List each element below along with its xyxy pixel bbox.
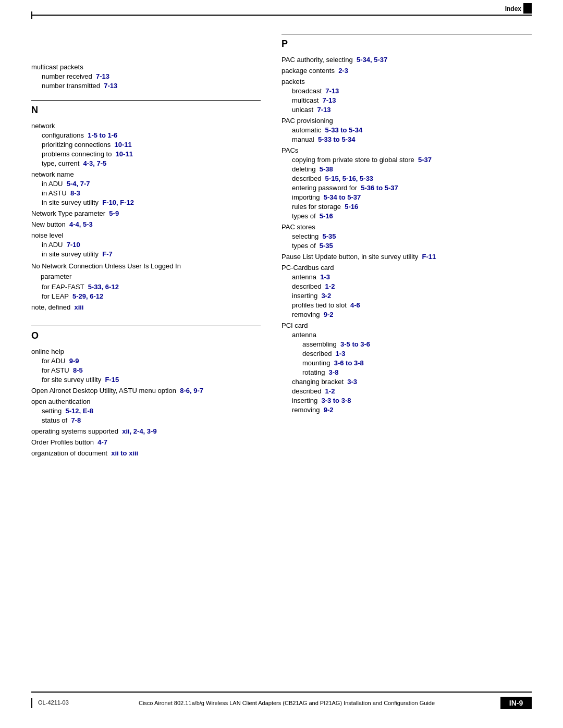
- pacs-deleting-link[interactable]: 5-38: [320, 165, 333, 173]
- online-help-ssu: for site survey utility F-15: [42, 376, 261, 384]
- packets-unicast-link[interactable]: 7-13: [317, 106, 331, 114]
- footer-content: OL-4211-03 Cisco Aironet 802.11a/b/g Wir…: [0, 693, 563, 709]
- network-name-adu-link[interactable]: 5-4, 7-7: [67, 180, 90, 188]
- operating-systems-link[interactable]: xii, 2-4, 3-9: [122, 427, 156, 435]
- p-section-letter: P: [282, 39, 532, 50]
- pacs-copying: copying from private store to global sto…: [292, 156, 532, 164]
- pci-removing-link[interactable]: 9-2: [324, 406, 334, 414]
- pac-stores-types-link[interactable]: 5-35: [320, 242, 333, 250]
- pci-antenna-assembling-link[interactable]: 3-5 to 3-6: [340, 340, 370, 348]
- top-border-line: [31, 15, 532, 16]
- pacs-described: described 5-15, 5-16, 5-33: [292, 175, 532, 182]
- no-network-eapfast: for EAP-FAST 5-33, 6-12: [42, 283, 261, 291]
- no-network-eapfast-link[interactable]: 5-33, 6-12: [88, 283, 119, 291]
- open-auth-setting-link[interactable]: 5-12, E-8: [66, 407, 93, 415]
- pci-inserting-link[interactable]: 3-3 to 3-8: [321, 397, 351, 404]
- o-section-divider: [31, 326, 261, 326]
- pci-antenna-mounting-link[interactable]: 3-6 to 3-8: [334, 359, 364, 367]
- pci-card-main: PCI card: [282, 322, 532, 329]
- pc-cardbus-inserting-link[interactable]: 3-2: [321, 292, 331, 300]
- package-contents: package contents 2-3: [282, 67, 532, 75]
- pacs-importing-link[interactable]: 5-34 to 5-37: [324, 193, 361, 201]
- no-network-leap-link[interactable]: 5-29, 6-12: [72, 292, 103, 300]
- network-name-main: network name: [31, 170, 261, 178]
- network-type-param: Network Type parameter 5-9: [31, 209, 261, 217]
- pacs-types-of-link[interactable]: 5-16: [320, 212, 333, 220]
- noise-adu-link[interactable]: 7-10: [67, 241, 80, 249]
- footer-doc-title: Cisco Aironet 802.11a/b/g Wireless LAN C…: [73, 700, 500, 706]
- network-main: network: [31, 122, 261, 130]
- online-help-adu-link[interactable]: 9-9: [69, 357, 79, 365]
- pause-list-update-link[interactable]: F-11: [422, 253, 436, 261]
- noise-adu: in ADU 7-10: [42, 241, 261, 249]
- pci-antenna-rotating-link[interactable]: 3-8: [329, 368, 339, 376]
- pacs-copying-link[interactable]: 5-37: [418, 156, 432, 164]
- network-type-link[interactable]: 4-3, 7-5: [83, 159, 106, 167]
- pc-cardbus-antenna-link[interactable]: 1-3: [320, 273, 330, 281]
- pac-authority-link[interactable]: 5-34, 5-37: [357, 56, 387, 64]
- pci-described-link[interactable]: 1-2: [325, 387, 335, 395]
- footer-left: OL-4211-03: [31, 698, 73, 708]
- pc-cardbus-removing: removing 9-2: [292, 311, 532, 318]
- footer-page-label: IN-9: [500, 697, 532, 709]
- pci-removing: removing 9-2: [292, 406, 532, 414]
- noise-ssu: in site survey utility F-7: [42, 250, 261, 258]
- open-aironet: Open Aironet Desktop Utility, ASTU menu …: [31, 387, 261, 394]
- pci-changing-bracket-link[interactable]: 3-3: [347, 378, 357, 386]
- noise-main: noise level: [31, 231, 261, 239]
- noise-ssu-link[interactable]: F-7: [102, 250, 113, 258]
- multicast-number-transmitted: number transmitted 7-13: [42, 82, 261, 90]
- multicast-number-received: number received 7-13: [42, 72, 261, 80]
- note-defined-link[interactable]: xiii: [74, 303, 83, 311]
- online-help-adu: for ADU 9-9: [42, 357, 261, 365]
- open-auth-status-link[interactable]: 7-8: [71, 416, 81, 424]
- footer-doc-number: OL-4211-03: [38, 699, 69, 706]
- pacs-password-link[interactable]: 5-36 to 5-37: [361, 184, 398, 192]
- packets-broadcast: broadcast 7-13: [292, 87, 532, 95]
- pacs-described-link[interactable]: 5-15, 5-16, 5-33: [325, 175, 374, 182]
- pac-prov-automatic-link[interactable]: 5-33 to 5-34: [325, 126, 363, 134]
- organization-link[interactable]: xii to xiii: [111, 449, 138, 457]
- pc-cardbus-profiles-link[interactable]: 4-6: [350, 301, 360, 309]
- package-contents-link[interactable]: 2-3: [338, 67, 348, 75]
- multicast-received-link[interactable]: 7-13: [96, 72, 109, 80]
- pac-authority: PAC authority, selecting 5-34, 5-37: [282, 56, 532, 64]
- open-aironet-link[interactable]: 8-6, 9-7: [180, 387, 203, 394]
- network-problems-link[interactable]: 10-11: [116, 150, 133, 158]
- pacs-rules-storage-link[interactable]: 5-16: [345, 203, 358, 211]
- packets-multicast: multicast 7-13: [292, 96, 532, 104]
- pac-stores-types: types of 5-35: [292, 242, 532, 250]
- multicast-transmitted-link[interactable]: 7-13: [104, 82, 117, 90]
- n-section-letter: N: [31, 105, 261, 116]
- network-type: type, current 4-3, 7-5: [42, 159, 261, 167]
- pac-stores-main: PAC stores: [282, 223, 532, 231]
- pci-inserting: inserting 3-3 to 3-8: [292, 397, 532, 404]
- pac-provisioning-main: PAC provisioning: [282, 117, 532, 125]
- no-network-leap: for LEAP 5-29, 6-12: [42, 292, 261, 300]
- pacs-types-of: types of 5-16: [292, 212, 532, 220]
- main-content: multicast packets number received 7-13 n…: [31, 29, 532, 686]
- pacs-rules-storage: rules for storage 5-16: [292, 203, 532, 211]
- p-section-divider: [282, 34, 532, 34]
- packets-broadcast-link[interactable]: 7-13: [325, 87, 339, 95]
- pac-stores-selecting-link[interactable]: 5-35: [323, 232, 336, 240]
- no-network-main: No Network Connection Unless User Is Log…: [31, 261, 261, 281]
- online-help-ssu-link[interactable]: F-15: [105, 376, 119, 384]
- pci-antenna-described: described 1-3: [302, 350, 532, 357]
- network-configurations-link[interactable]: 1-5 to 1-6: [88, 131, 117, 139]
- new-button-link[interactable]: 4-4, 5-3: [69, 220, 93, 228]
- network-name-astu-link[interactable]: 8-3: [70, 189, 80, 197]
- pc-cardbus-described-link[interactable]: 1-2: [325, 282, 335, 290]
- network-type-param-link[interactable]: 5-9: [109, 209, 119, 217]
- pci-antenna-described-link[interactable]: 1-3: [336, 350, 346, 357]
- pac-stores-selecting: selecting 5-35: [292, 232, 532, 240]
- network-prioritizing: prioritizing connections 10-11: [42, 141, 261, 149]
- pac-prov-manual-link[interactable]: 5-33 to 5-34: [318, 135, 356, 143]
- network-name-ssu-link[interactable]: F-10, F-12: [102, 199, 134, 206]
- online-help-astu-link[interactable]: 8-5: [73, 366, 83, 374]
- network-prioritizing-link[interactable]: 10-11: [114, 141, 131, 149]
- order-profiles-link[interactable]: 4-7: [97, 438, 107, 446]
- open-auth-status: status of 7-8: [42, 416, 261, 424]
- pc-cardbus-removing-link[interactable]: 9-2: [324, 311, 334, 318]
- packets-multicast-link[interactable]: 7-13: [323, 96, 336, 104]
